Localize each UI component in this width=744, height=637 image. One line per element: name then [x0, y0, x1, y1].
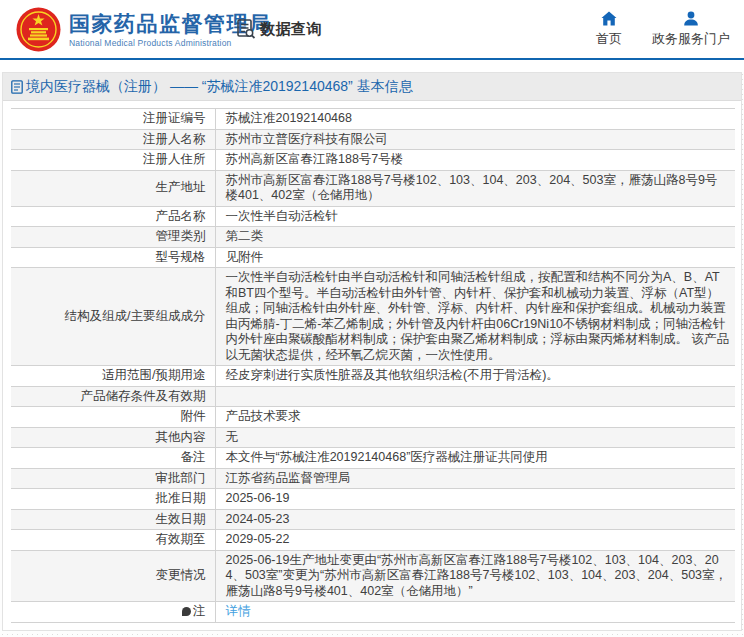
data-query-section[interactable]: 数据查询: [237, 19, 322, 39]
row-label: 注册证编号: [11, 109, 215, 130]
row-value: 一次性半自动活检针: [215, 206, 735, 227]
row-value: 江苏省药品监督管理局: [215, 468, 735, 489]
content-card: 境内医疗器械（注册） —— “苏械注准20192140468” 基本信息 注册证…: [2, 72, 742, 631]
row-value: 苏州市高新区富春江路188号7号楼102、103、104、203、204、503…: [215, 170, 735, 206]
row-value: 2025-06-19: [215, 489, 735, 510]
table-row: 批准日期2025-06-19: [11, 489, 735, 510]
row-value: 一次性半自动活检针由半自动活检针和同轴活检针组成，按配置和结构不同分为A、B、A…: [215, 268, 735, 366]
row-value: 苏械注准20192140468: [215, 109, 735, 130]
home-icon: [601, 11, 617, 26]
row-value: 2024-05-23: [215, 509, 735, 530]
table-row: 注册人名称苏州市立普医疗科技有限公司: [11, 129, 735, 150]
row-label: 批准日期: [11, 489, 215, 510]
row-label: 管理类别: [11, 227, 215, 248]
table-row: 产品名称一次性半自动活检针: [11, 206, 735, 227]
table-row: 注详情: [11, 602, 735, 623]
row-label: 注: [11, 602, 215, 623]
table-row: 注册人住所苏州高新区富春江路188号7号楼: [11, 150, 735, 171]
data-query-label: 数据查询: [260, 20, 322, 39]
row-label: 其他内容: [11, 427, 215, 448]
row-value: 无: [215, 427, 735, 448]
row-label: 注册人名称: [11, 129, 215, 150]
row-label: 适用范围/预期用途: [11, 366, 215, 387]
table-row: 有效期至2029-05-22: [11, 530, 735, 551]
row-label: 生效日期: [11, 509, 215, 530]
row-label: 型号规格: [11, 247, 215, 268]
row-value: 2029-05-22: [215, 530, 735, 551]
nmpa-logo[interactable]: 国家药品监督管理局 National Medical Products Admi…: [16, 7, 272, 52]
table-row: 其他内容无: [11, 427, 735, 448]
table-row: 管理类别第二类: [11, 227, 735, 248]
row-label: 备注: [11, 448, 215, 469]
page-background: 境内医疗器械（注册） —— “苏械注准20192140468” 基本信息 注册证…: [0, 72, 744, 637]
breadcrumb-text: 境内医疗器械（注册） —— “苏械注准20192140468” 基本信息: [26, 73, 413, 100]
row-value: 经皮穿刺进行实质性脏器及其他软组织活检(不用于骨活检)。: [215, 366, 735, 387]
table-row: 审批部门江苏省药品监督管理局: [11, 468, 735, 489]
row-label: 附件: [11, 407, 215, 428]
agency-name-en: National Medical Products Administration: [69, 38, 272, 48]
row-label: 审批部门: [11, 468, 215, 489]
nav-home-label: 首页: [596, 30, 622, 48]
row-label: 产品储存条件及有效期: [11, 386, 215, 407]
row-label: 有效期至: [11, 530, 215, 551]
registration-info-table: 注册证编号苏械注准20192140468注册人名称苏州市立普医疗科技有限公司注册…: [11, 108, 735, 623]
row-label: 结构及组成/主要组成成分: [11, 268, 215, 366]
page-header: 国家药品监督管理局 National Medical Products Admi…: [0, 0, 744, 58]
note-icon: [182, 607, 191, 616]
row-value: 本文件与“苏械注准20192140468”医疗器械注册证共同使用: [215, 448, 735, 469]
row-value: 第二类: [215, 227, 735, 248]
data-query-icon: [237, 19, 256, 39]
row-value: 苏州高新区富春江路188号7号楼: [215, 150, 735, 171]
detail-link[interactable]: 详情: [226, 604, 251, 618]
national-emblem-icon: [16, 7, 61, 52]
header-divider: [0, 58, 744, 60]
table-row: 注册证编号苏械注准20192140468: [11, 109, 735, 130]
table-row: 备注本文件与“苏械注准20192140468”医疗器械注册证共同使用: [11, 448, 735, 469]
table-row: 变更情况2025-06-19生产地址变更由“苏州市高新区富春江路188号7号楼1…: [11, 550, 735, 602]
breadcrumb: 境内医疗器械（注册） —— “苏械注准20192140468” 基本信息: [3, 73, 741, 101]
top-nav: 首页 政务服务门户: [596, 11, 730, 48]
document-icon: [11, 80, 23, 94]
row-label: 产品名称: [11, 206, 215, 227]
table-row: 生效日期2024-05-23: [11, 509, 735, 530]
table-row: 结构及组成/主要组成成分一次性半自动活检针由半自动活检针和同轴活检针组成，按配置…: [11, 268, 735, 366]
table-row: 型号规格见附件: [11, 247, 735, 268]
row-value: 2025-06-19生产地址变更由“苏州市高新区富春江路188号7号楼102、1…: [215, 550, 735, 602]
table-row: 附件产品技术要求: [11, 407, 735, 428]
row-value: 详情: [215, 602, 735, 623]
row-value: [215, 386, 735, 407]
table-row: 适用范围/预期用途经皮穿刺进行实质性脏器及其他软组织活检(不用于骨活检)。: [11, 366, 735, 387]
nav-item-home[interactable]: 首页: [596, 11, 622, 48]
row-value: 见附件: [215, 247, 735, 268]
row-value: 产品技术要求: [215, 407, 735, 428]
nav-item-gov-portal[interactable]: 政务服务门户: [652, 11, 730, 48]
row-label: 生产地址: [11, 170, 215, 206]
table-row: 产品储存条件及有效期: [11, 386, 735, 407]
row-label: 变更情况: [11, 550, 215, 602]
nav-gov-portal-label: 政务服务门户: [652, 30, 730, 48]
row-value: 苏州市立普医疗科技有限公司: [215, 129, 735, 150]
row-label: 注册人住所: [11, 150, 215, 171]
user-icon: [683, 11, 699, 26]
table-row: 生产地址苏州市高新区富春江路188号7号楼102、103、104、203、204…: [11, 170, 735, 206]
